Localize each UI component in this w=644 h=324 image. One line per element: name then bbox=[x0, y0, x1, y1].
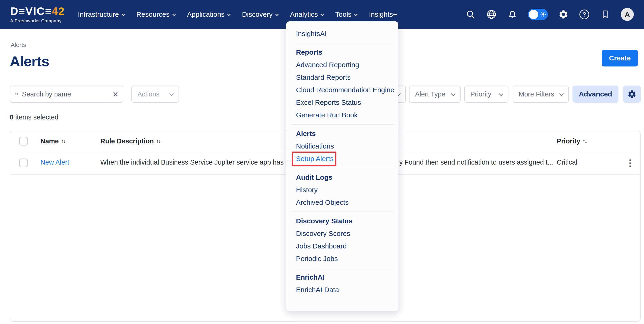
menu-item-excel-reports-status[interactable]: Excel Reports Status bbox=[286, 96, 398, 109]
primary-nav: Infrastructure Resources Applications Di… bbox=[78, 11, 397, 18]
priority-value: Critical bbox=[557, 159, 577, 166]
theme-toggle[interactable] bbox=[528, 9, 548, 20]
menu-item-generate-run-book[interactable]: Generate Run Book bbox=[286, 109, 398, 121]
nav-label: Insights+ bbox=[369, 11, 397, 18]
filter-label: Alert Type bbox=[415, 90, 445, 98]
menu-item-notifications[interactable]: Notifications bbox=[286, 140, 398, 152]
menu-item-history[interactable]: History bbox=[286, 184, 398, 196]
sort-icon[interactable]: ↑↓ bbox=[583, 138, 587, 144]
menu-divider bbox=[291, 168, 393, 168]
column-header-rule-description[interactable]: Rule Description↑↓ bbox=[100, 131, 160, 151]
row-kebab-menu-icon[interactable]: ⋮ bbox=[625, 158, 635, 168]
bookmark-icon[interactable] bbox=[600, 9, 610, 20]
rule-description-left-fragment: When the individual Business Service Jup… bbox=[100, 159, 301, 166]
menu-item-setup-alerts[interactable]: Setup Alerts bbox=[286, 152, 398, 165]
column-header-name[interactable]: Name↑↓ bbox=[40, 131, 65, 151]
selection-count: 0 bbox=[10, 113, 14, 121]
select-all-checkbox[interactable] bbox=[19, 137, 28, 146]
nav-item-applications[interactable]: Applications bbox=[187, 11, 230, 18]
settings-gear-icon[interactable] bbox=[558, 9, 569, 20]
selection-summary: 0 items selected bbox=[10, 113, 58, 121]
search-icon[interactable] bbox=[465, 9, 476, 20]
help-glyph: ? bbox=[582, 11, 586, 18]
nav-item-resources[interactable]: Resources bbox=[136, 11, 175, 18]
nav-label: Tools bbox=[335, 11, 352, 18]
chevron-down-icon bbox=[275, 12, 279, 16]
chevron-down-icon bbox=[559, 92, 564, 96]
chevron-down-icon bbox=[227, 12, 231, 16]
avatar-letter: A bbox=[625, 11, 630, 18]
gear-icon bbox=[627, 90, 636, 99]
chevron-down-icon bbox=[172, 12, 176, 16]
priority-filter[interactable]: Priority bbox=[464, 86, 508, 103]
clear-search-icon[interactable]: × bbox=[113, 90, 118, 99]
nav-label: Infrastructure bbox=[78, 11, 119, 18]
device42-logo-text: D≡VIC≡42 bbox=[10, 6, 65, 17]
menu-item-standard-reports[interactable]: Standard Reports bbox=[286, 71, 398, 84]
menu-header-audit-logs: Audit Logs bbox=[286, 171, 398, 184]
breadcrumb[interactable]: Alerts bbox=[11, 41, 26, 49]
nav-item-analytics[interactable]: Analytics bbox=[290, 11, 323, 18]
freshworks-tagline: A Freshworks Company bbox=[10, 18, 62, 24]
search-input[interactable] bbox=[22, 90, 110, 98]
alert-type-filter[interactable]: Alert Type bbox=[409, 86, 460, 103]
nav-label: Discovery bbox=[242, 11, 272, 18]
menu-item-enrichai-data[interactable]: EnrichAI Data bbox=[286, 283, 398, 296]
menu-item-cloud-recommendation-engine[interactable]: Cloud Recommendation Engine bbox=[286, 84, 398, 96]
menu-item-advanced-reporting[interactable]: Advanced Reporting bbox=[286, 59, 398, 71]
nav-item-infrastructure[interactable]: Infrastructure bbox=[78, 11, 124, 18]
globe-icon[interactable] bbox=[486, 9, 497, 20]
chevron-down-icon bbox=[320, 12, 324, 16]
menu-item-archived-objects[interactable]: Archived Objects bbox=[286, 196, 398, 209]
menu-item-periodic-jobs[interactable]: Periodic Jobs bbox=[286, 252, 398, 265]
chevron-down-icon bbox=[122, 12, 125, 16]
device42-app-window: D≡VIC≡42 A Freshworks Company Infrastruc… bbox=[0, 0, 644, 324]
nav-item-insights-plus[interactable]: Insights+ bbox=[369, 11, 397, 18]
chevron-down-icon bbox=[499, 92, 504, 96]
create-button[interactable]: Create bbox=[602, 50, 638, 67]
menu-item-discovery-scores[interactable]: Discovery Scores bbox=[286, 227, 398, 240]
menu-item-jobs-dashboard[interactable]: Jobs Dashboard bbox=[286, 240, 398, 252]
nav-label: Applications bbox=[187, 11, 225, 18]
sun-icon bbox=[540, 11, 546, 18]
menu-divider bbox=[291, 43, 393, 43]
analytics-dropdown-menu: InsightsAI Reports Advanced Reporting St… bbox=[286, 21, 398, 311]
chevron-down-icon bbox=[354, 12, 358, 16]
search-icon bbox=[15, 90, 19, 98]
help-icon[interactable]: ? bbox=[579, 9, 590, 20]
row-checkbox[interactable] bbox=[19, 159, 28, 167]
menu-header-discovery-status: Discovery Status bbox=[286, 215, 398, 227]
nav-label: Analytics bbox=[290, 11, 318, 18]
filter-label: Priority bbox=[470, 90, 491, 98]
nav-item-discovery[interactable]: Discovery bbox=[242, 11, 278, 18]
user-avatar[interactable]: A bbox=[621, 8, 634, 21]
menu-header-enrichai: EnrichAI bbox=[286, 271, 398, 283]
menu-divider bbox=[291, 211, 393, 212]
chevron-down-icon bbox=[170, 92, 174, 96]
search-box: × bbox=[10, 86, 123, 103]
device42-logo[interactable]: D≡VIC≡42 A Freshworks Company bbox=[10, 6, 65, 24]
navbar-icon-group: ? A bbox=[465, 8, 634, 21]
nav-item-tools[interactable]: Tools bbox=[335, 11, 357, 18]
notifications-bell-icon[interactable] bbox=[507, 9, 518, 20]
sort-icon[interactable]: ↑↓ bbox=[61, 138, 65, 144]
alert-name-link[interactable]: New Alert bbox=[40, 159, 69, 166]
menu-item-insightsai[interactable]: InsightsAI bbox=[286, 28, 398, 40]
selection-text: items selected bbox=[14, 113, 58, 121]
filter-label: More Filters bbox=[519, 90, 554, 98]
toggle-knob bbox=[529, 10, 538, 19]
column-header-priority[interactable]: Priority↑↓ bbox=[557, 131, 587, 151]
page-title: Alerts bbox=[10, 53, 49, 70]
advanced-button[interactable]: Advanced bbox=[572, 86, 618, 103]
actions-label: Actions bbox=[138, 90, 160, 98]
menu-header-alerts: Alerts bbox=[286, 127, 398, 140]
sort-icon[interactable]: ↑↓ bbox=[156, 138, 160, 144]
more-filters-dropdown[interactable]: More Filters bbox=[512, 86, 569, 103]
actions-dropdown[interactable]: Actions bbox=[132, 86, 179, 103]
column-label: Name bbox=[40, 137, 59, 145]
table-settings-gear-button[interactable] bbox=[623, 86, 641, 103]
menu-divider bbox=[291, 124, 393, 125]
column-label: Priority bbox=[557, 137, 580, 145]
rule-description-right-fragment: y Found then send notification to users … bbox=[399, 159, 553, 166]
chevron-down-icon bbox=[451, 92, 456, 96]
